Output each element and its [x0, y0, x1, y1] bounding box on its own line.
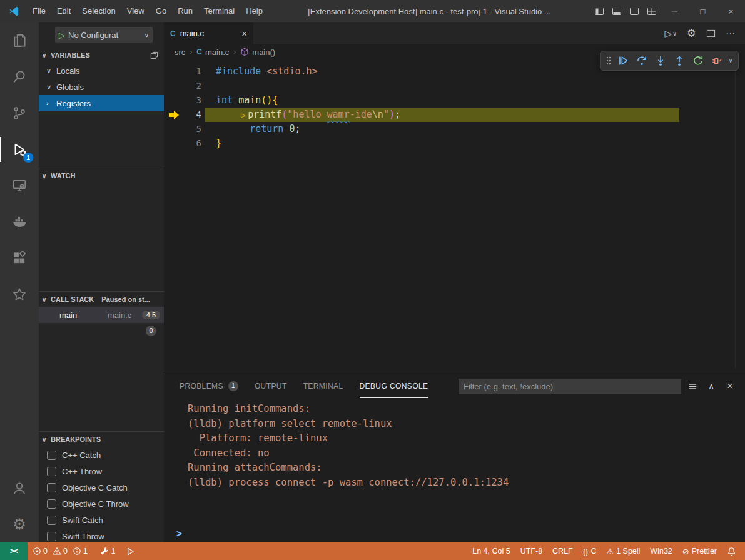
activity-remote-explorer[interactable]	[0, 168, 39, 204]
tool-status[interactable]: 1	[95, 542, 121, 560]
status-eol[interactable]: CRLF	[547, 542, 578, 560]
menu-edit[interactable]: Edit	[51, 0, 76, 22]
panel-tab-output[interactable]: OUTPUT	[255, 374, 287, 398]
copy-icon[interactable]	[150, 51, 159, 60]
toggle-secondary-sidebar-icon[interactable]	[626, 0, 643, 22]
customize-layout-icon[interactable]	[643, 0, 661, 22]
problems-status[interactable]: 0 0 1	[28, 542, 95, 560]
line-number[interactable]: 5	[185, 122, 201, 136]
activity-favorites[interactable]	[0, 276, 39, 312]
variables-item-globals[interactable]: ∨Globals	[39, 79, 164, 95]
maximize-window-button[interactable]: □	[689, 0, 717, 22]
panel-tab-debug-console[interactable]: DEBUG CONSOLE	[360, 374, 428, 398]
panel-tab-terminal[interactable]: TERMINAL	[303, 374, 343, 398]
disconnect-button[interactable]	[707, 52, 726, 69]
continue-button[interactable]	[614, 52, 632, 69]
activity-run-and-debug[interactable]: 1	[0, 131, 39, 168]
line-content[interactable]: }	[205, 136, 679, 151]
glyph-margin[interactable]	[164, 64, 185, 79]
line-content[interactable]: int main(){	[205, 93, 679, 108]
menu-go[interactable]: Go	[150, 0, 172, 22]
line-content[interactable]	[205, 79, 679, 93]
start-debugging-icon[interactable]: ▷	[59, 31, 65, 40]
breakpoint-row[interactable]: C++ Throw	[39, 463, 164, 479]
run-or-debug-button[interactable]: ▷ ∨	[665, 28, 677, 39]
status-prettier[interactable]: ⊘Prettier	[677, 542, 722, 560]
line-number[interactable]: 1	[185, 64, 201, 79]
activity-docker[interactable]	[0, 204, 39, 240]
close-panel-icon[interactable]: ×	[722, 379, 737, 394]
maximize-panel-icon[interactable]: ∧	[704, 379, 719, 394]
status-platform[interactable]: Win32	[645, 542, 677, 560]
stack-frame-row[interactable]: main main.c 4:5	[39, 307, 164, 323]
debug-status[interactable]	[121, 542, 140, 560]
chevron-down-icon[interactable]: ∨	[46, 67, 56, 75]
breakpoint-checkbox[interactable]	[47, 467, 56, 476]
breakpoint-row[interactable]: C++ Catch	[39, 447, 164, 463]
status-encoding[interactable]: UTF-8	[515, 542, 547, 560]
minimize-window-button[interactable]: ─	[661, 0, 689, 22]
breakpoint-checkbox[interactable]	[47, 483, 56, 492]
activity-accounts[interactable]	[0, 470, 39, 506]
step-out-button[interactable]	[670, 52, 689, 69]
console-input[interactable]: >	[176, 528, 182, 541]
call-stack-section-header[interactable]: ∨ CALL STACK Paused on st...	[39, 292, 164, 307]
activity-search[interactable]	[0, 59, 39, 95]
toggle-sidebar-icon[interactable]	[590, 0, 608, 22]
variables-section-header[interactable]: ∨ VARIABLES	[39, 48, 164, 62]
gear-icon[interactable]: ⚙	[687, 27, 696, 40]
breakpoints-section-header[interactable]: ∨ BREAKPOINTS	[39, 432, 164, 447]
step-over-button[interactable]	[632, 52, 651, 69]
tab-main.c[interactable]: C main.c ×	[164, 22, 253, 44]
chevron-down-icon[interactable]: ∨	[726, 58, 735, 64]
toggle-panel-icon[interactable]	[608, 0, 626, 22]
variables-item-registers[interactable]: ›Registers	[39, 95, 164, 111]
filter-lines-icon[interactable]	[685, 379, 700, 394]
close-window-button[interactable]: ×	[717, 0, 745, 22]
activity-extensions[interactable]	[0, 240, 39, 276]
line-number[interactable]: 3	[185, 93, 201, 108]
activity-source-control[interactable]	[0, 95, 39, 131]
status-cursor-position[interactable]: Ln 4, Col 5	[467, 542, 515, 560]
menu-terminal[interactable]: Terminal	[198, 0, 240, 22]
line-number[interactable]: 6	[185, 136, 201, 151]
menu-view[interactable]: View	[121, 0, 150, 22]
breakpoint-checkbox[interactable]	[47, 516, 56, 525]
status-language-mode[interactable]: {}C	[578, 542, 602, 560]
drag-grip-icon[interactable]	[604, 56, 614, 66]
glyph-margin[interactable]	[164, 136, 185, 151]
split-editor-icon[interactable]	[706, 29, 716, 38]
panel-tab-problems[interactable]: PROBLEMS1	[180, 374, 238, 398]
console-filter-input[interactable]	[459, 379, 681, 394]
chevron-right-icon[interactable]: ›	[46, 99, 56, 107]
menu-run[interactable]: Run	[172, 0, 198, 22]
activity-explorer[interactable]	[0, 22, 39, 59]
breadcrumb-folder[interactable]: src	[175, 48, 185, 57]
breadcrumb-symbol[interactable]: main()	[252, 48, 275, 57]
glyph-margin[interactable]	[164, 93, 185, 108]
breakpoint-checkbox[interactable]	[47, 532, 56, 541]
breakpoint-row[interactable]: Objective C Catch	[39, 479, 164, 496]
line-number[interactable]: 2	[185, 79, 201, 93]
breakpoint-row[interactable]: Swift Catch	[39, 512, 164, 528]
remote-indicator[interactable]: ><	[0, 542, 28, 560]
menu-help[interactable]: Help	[240, 0, 268, 22]
breakpoint-checkbox[interactable]	[47, 451, 56, 460]
breakpoint-row[interactable]: Objective C Throw	[39, 496, 164, 512]
watch-section-header[interactable]: ∨ WATCH	[39, 168, 164, 183]
notifications-bell[interactable]	[722, 542, 741, 560]
menu-file[interactable]: File	[27, 0, 51, 22]
code-editor[interactable]: 1#include <stdio.h>23int main(){4 printf…	[164, 59, 745, 374]
status-spell-checker[interactable]: ⚠1 Spell	[601, 542, 645, 560]
menu-selection[interactable]: Selection	[76, 0, 121, 22]
chevron-down-icon[interactable]: ∨	[46, 83, 56, 91]
close-icon[interactable]: ×	[241, 28, 247, 39]
breakpoint-checkbox[interactable]	[47, 499, 56, 509]
glyph-margin[interactable]	[164, 79, 185, 93]
line-content[interactable]: printf("hello wamr-ide\n");	[205, 108, 679, 122]
activity-settings[interactable]: ⚙	[0, 506, 39, 542]
line-content[interactable]: return 0;	[205, 122, 679, 136]
paused-arrow-icon[interactable]	[164, 108, 185, 122]
variables-item-locals[interactable]: ∨Locals	[39, 62, 164, 79]
step-into-button[interactable]	[651, 52, 670, 69]
